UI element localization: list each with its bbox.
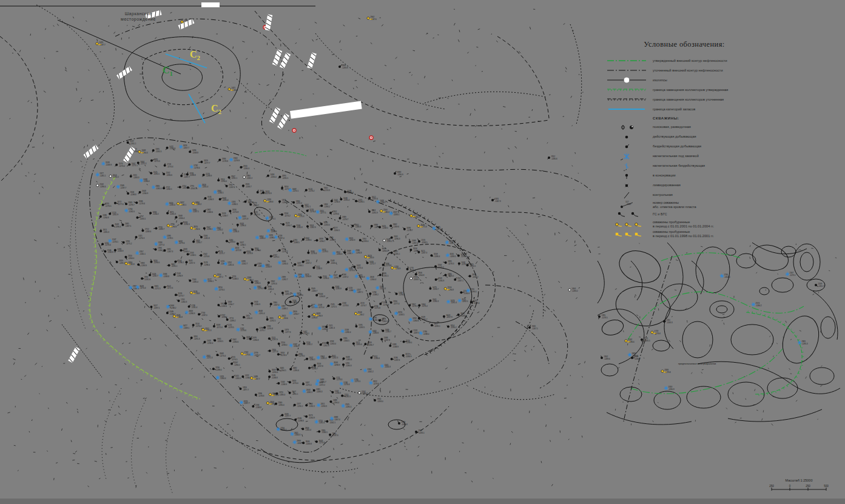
legend-item-label: скважины пробуренныев период с 01.01.199…: [649, 230, 714, 238]
legend-item-label2: абс. отметка кровли пласта: [653, 205, 696, 209]
scale-tick-label: 250: [806, 485, 810, 488]
legend-item: ГС и БГС: [605, 210, 763, 220]
well-elevation-label: -1261.7: [818, 285, 825, 287]
scale-tick-label: 250: [769, 485, 774, 488]
legend-item-label: СКВАЖИНЫ:: [649, 116, 679, 121]
legend-item-label: действующая добывающая: [649, 135, 696, 139]
legend-item: граница замещения коллекторов уточненная: [605, 95, 763, 104]
legend-item: граница категорий запасов: [605, 104, 763, 114]
reserve-category-label: С2: [190, 50, 200, 62]
legend-item-label: ГС и БГС: [649, 212, 667, 217]
inset-contour: [821, 317, 835, 338]
well-symbol: [798, 341, 802, 344]
well-elevation-label: -1273.1: [790, 274, 796, 277]
well-control-icon: [605, 190, 649, 200]
legend-item: СКВАЖИНЫ:: [605, 114, 763, 123]
inset-contour-line: [698, 361, 840, 394]
inset-zone-label: предполагаемая зона разработки: [678, 362, 716, 365]
inset-contour: [800, 252, 813, 272]
well-idle-icon: [605, 142, 649, 152]
well-symbol: [598, 315, 601, 319]
legend-item-label: изогипсы: [649, 78, 667, 82]
legend-item: скважины пробуренныев период с 01.01.200…: [605, 220, 763, 229]
svg-text:-1287: -1287: [626, 203, 631, 206]
inset-contour: [716, 306, 727, 313]
inset-contour: [601, 364, 618, 376]
legend-item: ликвидированная: [605, 181, 763, 190]
scale-bar: Масштаб 1:25000 2500250500: [766, 479, 832, 494]
well-active-icon: [605, 132, 649, 142]
legend-item: скважины пробуренныев период с 01.01.199…: [605, 229, 763, 239]
legend-item-label: контрольная: [649, 193, 673, 197]
field-title: Шарканское месторождение: [102, 11, 175, 22]
well-elevation-label: -1279.8: [665, 371, 672, 374]
well-elevation-label: -1278.5: [602, 317, 608, 319]
inset-contour: [710, 301, 734, 318]
legend-item-label: утвержденный внешний контур нефтеносност…: [649, 59, 727, 63]
legend-item: утвержденный внешний контур нефтеносност…: [605, 56, 763, 66]
legend-item-label: ликвидированная: [649, 183, 681, 187]
well-symbol: [752, 303, 756, 306]
legend-items: утвержденный внешний контур нефтеносност…: [605, 56, 763, 239]
reserve-category-label: С1: [163, 66, 173, 78]
well-elevation-label: -1284.2: [756, 304, 763, 307]
legend-item-label: номер скважиныабс. отметка кровли пласта: [649, 201, 696, 209]
wells-2001-icon: [605, 220, 649, 229]
black-dashdot-icon: [605, 66, 649, 75]
inset-contour-line: [692, 261, 704, 294]
legend-item: контрольная: [605, 190, 763, 200]
legend-item: изогипсы: [605, 75, 763, 85]
scale-tick-label: 0: [789, 485, 791, 488]
well-explore-icon: [605, 123, 649, 132]
field-title-line2: месторождение: [102, 16, 175, 22]
svg-text:117: 117: [625, 200, 629, 203]
legend-item: 117-1287номер скважиныабс. отметка кровл…: [605, 200, 763, 210]
inset-contour: [731, 324, 773, 355]
well-elevation-label: -1267.4: [632, 355, 639, 357]
legend-item-label: граница замещения коллекторов уточненная: [649, 98, 724, 102]
blue-solid-icon: [605, 104, 649, 114]
reserve-category-label: С2: [211, 104, 221, 116]
well-elevation-label: -1262.0: [724, 276, 731, 278]
inset-topo-texture: [598, 243, 837, 426]
inset-contour-line: [813, 291, 838, 340]
legend-item-label: нагнетательная бездействующая: [649, 164, 705, 168]
inset-contour: [772, 278, 793, 292]
well-elevation-label: -1289.6: [604, 358, 611, 360]
inset-contour-line: [728, 409, 822, 422]
bottom-strip: [0, 499, 845, 504]
well-symbol: [663, 320, 666, 323]
legend-item: граница замещения коллекторов утвержденн…: [605, 85, 763, 95]
legend-item: действующая добывающая: [605, 132, 763, 142]
inset-contour: [776, 311, 825, 368]
legend-item-label: поисковая, разведочная: [649, 125, 691, 129]
well-elevation-label: -1268.7: [635, 358, 641, 360]
inset-contour: [736, 254, 756, 268]
well-inject-idle-icon: [605, 161, 649, 171]
inset-contour: [653, 340, 670, 351]
inset-contour: [601, 318, 625, 337]
scale-tick-label: 500: [824, 485, 829, 488]
inset-contour: [759, 287, 769, 295]
inset-contour: [781, 246, 796, 257]
inset-contour: [615, 246, 665, 289]
legend-item-label: бездействующая добывающая: [649, 144, 701, 149]
wells-1998-icon: [605, 229, 649, 239]
inset-contour: [750, 241, 791, 274]
legend-item-label2: в период с 01.01.1998 по 01.01.2001 гг.: [653, 234, 714, 238]
inset-approved-oil-contour: [631, 349, 783, 394]
well-elevation-label: -1263.3: [667, 321, 673, 324]
well-number-icon: 117-1287: [605, 200, 649, 210]
legend-item-label: скважины пробуренныев период с 01.01.200…: [649, 220, 714, 228]
green-dashdot-icon: [605, 56, 649, 66]
well-elevation-label: -1296.6: [628, 341, 635, 343]
well-elevation-label: -1295.3: [802, 343, 809, 345]
legend-item-label: граница замещения коллекторов утвержденн…: [649, 88, 728, 92]
well-elevation-label: -1285.5: [644, 340, 651, 342]
green-hatch-icon: [605, 85, 649, 95]
well-inject-icon: [605, 152, 649, 161]
well-conserv-icon: [605, 171, 649, 181]
legend-item-label: уточненный внешний контур нефтеносности: [649, 69, 723, 73]
field-title-line1: Шарканское: [102, 11, 175, 16]
black-hatch-icon: [605, 95, 649, 104]
